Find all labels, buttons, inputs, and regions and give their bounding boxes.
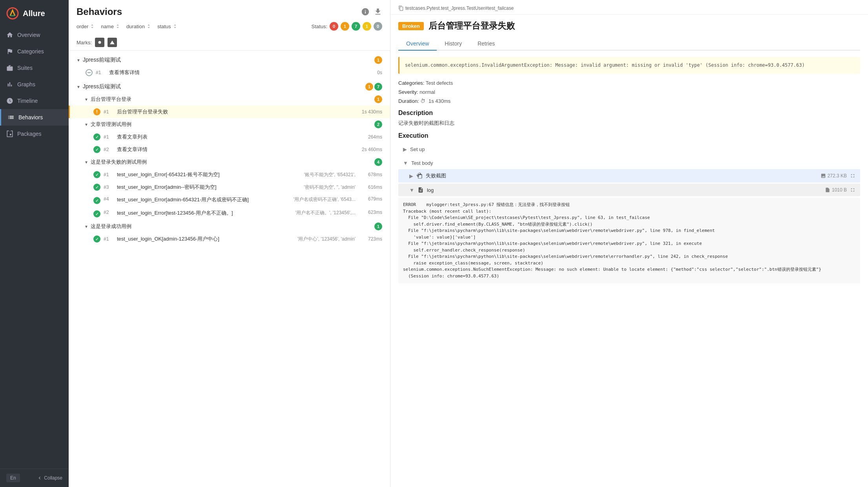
copy-icon [398, 5, 404, 11]
test-num: #3 [104, 184, 115, 190]
behaviors-list: ▼ Jpress前端测试 1 #1 查看博客详情 0s ▼ Jpress后 [69, 51, 390, 487]
info-icon[interactable] [361, 7, 370, 16]
mark-triangle-button[interactable] [108, 38, 117, 47]
test-body-section: ▼ Test body ▶ 失败截图 272.3 KB [398, 157, 860, 283]
test-name: 后台管理平台登录失败 [117, 108, 359, 115]
sidebar-item-graphs[interactable]: Graphs [0, 76, 69, 93]
detail-title: 后台管理平台登录失败 [429, 20, 515, 32]
sidebar-item-timeline[interactable]: Timeline [0, 93, 69, 109]
tab-retries[interactable]: Retries [470, 37, 503, 51]
subgroup-title: 这是登录成功用例 [91, 223, 374, 230]
group-counts: 1 7 [365, 83, 382, 91]
svg-point-1 [98, 41, 101, 44]
test-item[interactable]: ✓ #1 test_user_login_Error[-654321-账号不能为… [69, 168, 390, 181]
test-param: '用户名或密码不正确', '6543... [294, 196, 356, 203]
breadcrumb: testcases.Pytest.test_Jpress.TestUser#te… [390, 0, 868, 15]
test-num: #2 [104, 147, 115, 152]
attachment-size: 272.3 KB [828, 173, 847, 179]
sort-status[interactable]: status [157, 24, 177, 29]
detail-header: Broken 后台管理平台登录失败 Overview History Retri… [390, 15, 868, 51]
sort-icon [173, 24, 177, 29]
clock-icon: ⏱ [420, 98, 425, 104]
test-item[interactable]: ✓ #1 test_user_login_OK[admin-123456-用户中… [69, 233, 390, 245]
subgroup-title: 文章管理测试用例 [91, 121, 374, 128]
setup-item[interactable]: ▶ Set up [398, 143, 860, 155]
test-item-broken-active[interactable]: ! #1 后台管理平台登录失败 1s 430ms [69, 106, 390, 118]
allure-logo-icon [6, 7, 19, 20]
subgroup-title: 这是登录失败的测试用例 [91, 159, 374, 166]
expand-icon: ▶ [409, 173, 413, 179]
subgroup-header-loginfail[interactable]: ▼ 这是登录失败的测试用例 4 [69, 156, 390, 168]
home-icon [6, 31, 13, 38]
status-icon-passed: ✓ [93, 146, 100, 153]
tab-overview[interactable]: Overview [398, 37, 437, 51]
test-param: '密码不能为空', '', 'admin' [304, 184, 356, 191]
behaviors-panel: Behaviors order name duration [69, 0, 390, 487]
sort-order[interactable]: order [77, 24, 95, 29]
detail-tabs: Overview History Retries [398, 37, 860, 51]
sidebar-item-behaviors[interactable]: Behaviors [0, 109, 69, 126]
log-content: ERROR mylogger:test_Jpress.py:67 报错信息：无法… [398, 198, 860, 283]
test-duration: 1s 430ms [359, 109, 382, 115]
app-logo: Allure [0, 0, 69, 27]
subgroup-header-login[interactable]: ▼ 后台管理平台登录 1 [69, 93, 390, 106]
error-message: selenium.common.exceptions.InvalidArgume… [398, 57, 860, 74]
sidebar-item-suites[interactable]: Suites [0, 60, 69, 76]
test-item[interactable]: #1 查看博客详情 0s [69, 66, 390, 79]
file-icon [418, 187, 424, 193]
test-duration: 679ms [359, 196, 382, 202]
test-num: #1 [104, 236, 115, 242]
sort-name[interactable]: name [101, 24, 120, 29]
image-icon [821, 173, 826, 179]
test-item[interactable]: ✓ #4 test_user_login_Error[admin-654321-… [69, 193, 390, 207]
test-name: test_user_login_OK[admin-123456-用户中心] [117, 235, 297, 243]
language-button[interactable]: En [6, 474, 20, 482]
chevron-left-icon [37, 475, 42, 481]
group-count: 1 [374, 56, 382, 64]
package-icon [6, 130, 13, 137]
chevron-icon: ▼ [84, 122, 88, 127]
group-header-backend[interactable]: ▼ Jpress后端测试 1 7 [69, 80, 390, 93]
test-item[interactable]: ✓ #1 查看文章列表 264ms [69, 131, 390, 143]
test-name: test_user_login_Error[admin--密码不能为空] [117, 184, 304, 191]
test-item[interactable]: ✓ #3 test_user_login_Error[admin--密码不能为空… [69, 181, 390, 193]
sort-duration-label: duration [126, 24, 145, 29]
categories-label: Categories: [398, 80, 426, 86]
test-name: test_user_login_Error[test-123456-用户名不正确… [117, 210, 295, 217]
sort-duration[interactable]: duration [126, 24, 151, 29]
mark-circle-button[interactable] [95, 38, 104, 47]
briefcase-icon [6, 64, 13, 71]
attachment-row[interactable]: ▶ 失败截图 272.3 KB [398, 169, 860, 182]
collapse-button[interactable]: Collapse [37, 475, 62, 481]
testbody-item[interactable]: ▼ Test body [398, 157, 860, 169]
chevron-icon: ▼ [84, 224, 88, 229]
tab-history[interactable]: History [437, 37, 470, 51]
description-text: 记录失败时的截图和日志 [398, 120, 860, 127]
detail-body: selenium.common.exceptions.InvalidArgume… [390, 51, 868, 487]
subgroup-header-loginok[interactable]: ▼ 这是登录成功用例 1 [69, 220, 390, 233]
detail-title-row: Broken 后台管理平台登录失败 [398, 20, 860, 32]
sidebar-footer: En Collapse [0, 469, 69, 487]
test-item[interactable]: ✓ #2 test_user_login_Error[test-123456-用… [69, 207, 390, 220]
group-title: Jpress后端测试 [83, 83, 365, 90]
subgroup-header-article[interactable]: ▼ 文章管理测试用例 2 [69, 118, 390, 131]
fullscreen-icon[interactable] [850, 173, 855, 179]
main-content: Behaviors order name duration [69, 0, 868, 487]
subgroup-count: 1 [374, 223, 382, 230]
test-item[interactable]: ✓ #2 查看文章详情 2s 460ms [69, 143, 390, 156]
download-icon[interactable] [374, 7, 382, 16]
sort-order-label: order [77, 24, 88, 29]
sidebar-item-label: Categories [17, 48, 44, 55]
testbody-label: Test body [411, 160, 433, 166]
test-duration: 264ms [359, 134, 382, 140]
fullscreen-icon2[interactable] [850, 187, 855, 193]
log-row[interactable]: ▼ log 1010 B [398, 184, 860, 196]
sidebar-item-categories[interactable]: Categories [0, 43, 69, 60]
group-header-frontend[interactable]: ▼ Jpress前端测试 1 [69, 54, 390, 66]
sidebar-item-overview[interactable]: Overview [0, 27, 69, 43]
chevron-icon: ▼ [77, 85, 80, 89]
sidebar-item-label: Timeline [17, 98, 38, 104]
bar-chart-icon [6, 81, 13, 88]
sidebar-item-packages[interactable]: Packages [0, 126, 69, 142]
test-num: #1 [104, 172, 115, 177]
